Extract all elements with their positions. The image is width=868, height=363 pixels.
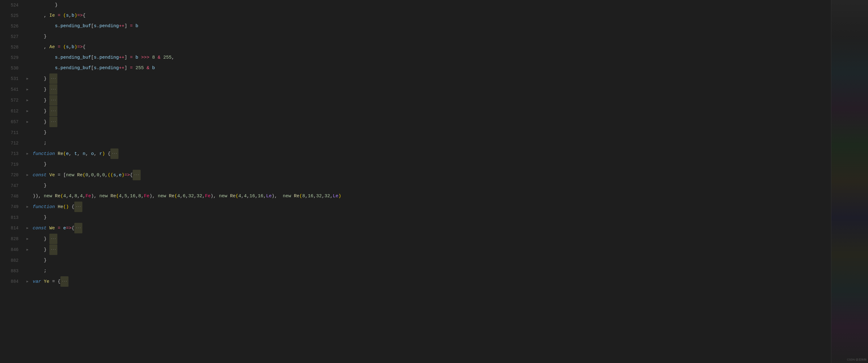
fold-arrow[interactable]: ▶ [25,170,30,180]
table-row: 846▶ } ··· [0,244,831,255]
token-punctuation: , [116,173,119,178]
token-fn-name: Re [111,193,116,199]
fold-ellipsis[interactable]: ··· [133,170,141,180]
fold-ellipsis[interactable]: ··· [49,244,57,255]
table-row: 884▶var Ye = {··· [0,276,831,287]
token-number: 32 [324,193,330,199]
token-punctuation: , [77,193,80,199]
token-punctuation: ), [211,193,219,199]
token-number: 16 [308,193,313,199]
token-punctuation: } [44,34,46,39]
token-paren: ( [60,193,63,199]
token-punctuation: )), [33,193,44,199]
code-content: const Ve = [new Re(0,0,0,0,((s,e)=>{··· [30,170,831,181]
token-number: 0 [102,173,105,178]
token-number: 8 [302,193,305,199]
code-content: } ··· [30,84,831,95]
token-identifier: pending_buf [60,55,91,60]
token-punctuation: . [58,55,60,60]
token-kw-new: new [158,193,169,199]
fold-arrow[interactable]: ▶ [25,234,30,244]
token-paren: ( [116,193,119,199]
token-punctuation: = { [49,279,60,284]
table-row: 748)), new Re(4,4,8,4,Fe), new Re(4,5,16… [0,191,831,202]
line-number: 749 [0,202,25,212]
line-number: 572 [0,95,25,105]
table-row: 572▶ } ··· [0,95,831,106]
token-number: 32 [316,193,322,199]
token-punctuation: , [255,193,258,199]
token-punctuation: . [97,55,99,60]
fold-arrow[interactable]: ▶ [25,223,30,233]
token-fn-name: Re [77,173,83,178]
token-operator: = [55,225,63,231]
code-editor[interactable]: 524 }525 , Ie = (s,b)=>{526 s.pending_bu… [0,0,831,363]
code-lines: 524 }525 , Ie = (s,b)=>{526 s.pending_bu… [0,0,831,287]
minimap-panel[interactable]: CSDN @吴秋秋 [831,0,868,363]
fold-ellipsis[interactable]: ··· [49,117,57,127]
table-row: 528 , Ae = (s,b)=>{ [0,42,831,53]
fold-ellipsis[interactable]: ··· [49,84,57,95]
table-row: 530 s.pending_buf[s.pending++] = 255 & b [0,63,831,73]
minimap-label: CSDN @吴秋秋 [847,358,867,362]
token-punctuation: ] [124,24,127,29]
token-operator: ++ [119,65,124,71]
token-identifier-yellow: Ae [49,44,55,50]
token-identifier: b [152,65,155,71]
fold-ellipsis[interactable]: ··· [49,106,57,116]
line-number: 541 [0,84,25,95]
token-kw-function: function [33,151,58,156]
token-punctuation: [ [91,65,94,71]
token-identifier: o [91,151,94,156]
token-fn-name: Re [169,193,174,199]
code-content: } [30,159,831,170]
token-number: 8 [152,55,155,60]
fold-ellipsis[interactable]: ··· [60,276,68,287]
token-paren: ( [111,173,113,178]
token-paren: ( [236,193,239,199]
line-number: 813 [0,212,25,223]
token-punctuation: ), [91,193,99,199]
token-operator: = [55,44,63,50]
line-number: 530 [0,63,25,73]
code-content: var Ye = {··· [30,276,831,287]
table-row: 612▶ } ··· [0,106,831,117]
line-number: 748 [0,191,25,202]
token-punctuation: , [69,151,74,156]
fold-ellipsis[interactable]: ··· [74,202,82,212]
token-paren: ( [83,173,86,178]
fold-arrow[interactable]: ▶ [25,106,30,116]
token-punctuation: , [180,193,183,199]
fold-ellipsis[interactable]: ··· [49,73,57,84]
fold-arrow[interactable]: ▶ [25,95,30,105]
token-punctuation: . [97,65,99,71]
code-content: , Ie = (s,b)=>{ [30,10,831,21]
token-punctuation: , [94,173,97,178]
token-kw-function: function [33,204,58,210]
token-punctuation: } [44,162,46,167]
token-punctuation: [ [91,24,94,29]
token-arrow: => [77,13,83,18]
fold-arrow[interactable]: ▶ [25,276,30,287]
token-fn-name: Re [230,193,236,199]
fold-arrow[interactable]: ▶ [25,149,30,159]
token-identifier: r [99,151,102,156]
fold-ellipsis[interactable]: ··· [111,149,119,159]
token-punctuation: , [71,193,74,199]
fold-ellipsis[interactable]: ··· [49,95,57,105]
fold-ellipsis[interactable]: ··· [74,223,82,233]
fold-ellipsis[interactable]: ··· [49,234,57,244]
fold-arrow[interactable]: ▶ [25,84,30,95]
token-arrow: => [77,44,83,50]
token-operator: = [55,13,63,18]
fold-arrow[interactable]: ▶ [25,244,30,255]
code-content: } ··· [30,244,831,255]
fold-arrow[interactable]: ▶ [25,73,30,84]
table-row: 883 ; [0,266,831,276]
fold-arrow[interactable]: ▶ [25,117,30,127]
fold-arrow[interactable]: ▶ [25,202,30,212]
minimap-content [831,0,868,363]
token-punctuation: } [44,215,46,220]
token-operator: & [155,55,163,60]
token-number: 255 [163,55,172,60]
